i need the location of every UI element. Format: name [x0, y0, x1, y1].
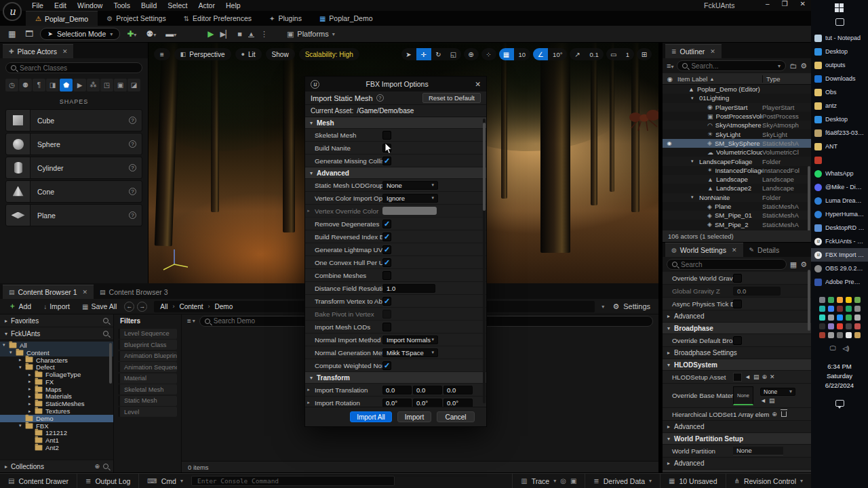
toolbar-menu-button[interactable]: Project Settings: [98, 11, 175, 26]
place-actors-tab[interactable]: ✚ Place Actors ✕: [3, 44, 73, 58]
outliner-settings-icon[interactable]: ⚙: [800, 62, 807, 70]
section-header[interactable]: ▾ Transform: [305, 372, 486, 383]
tray-icon[interactable]: [828, 306, 834, 312]
search-classes-input[interactable]: Search Classes: [5, 62, 142, 73]
taskbar-item[interactable]: f6a8f233-0307-...: [811, 126, 868, 140]
rotate-tool-icon[interactable]: ↻: [431, 48, 446, 60]
toolbar-menu-button[interactable]: Editor Preferences: [175, 11, 260, 26]
taskbar-item[interactable]: Downloads: [811, 72, 868, 85]
tray-icon[interactable]: [846, 332, 852, 338]
visual-effects-icon[interactable]: ▶: [73, 79, 86, 92]
show-dropdown[interactable]: Show: [266, 48, 295, 60]
filter-pill[interactable]: Level Sequence: [118, 329, 177, 339]
folder-tree-row[interactable]: FoliageType: [0, 371, 113, 378]
folder-tree-row[interactable]: Materials: [0, 393, 113, 401]
expand-caret-icon[interactable]: [28, 394, 35, 399]
snapshot-icon[interactable]: ▣: [570, 477, 576, 485]
z-input[interactable]: 0.0°: [443, 399, 473, 407]
expand-caret-icon[interactable]: [19, 423, 25, 428]
taskbar-item[interactable]: WhatsApp: [811, 167, 868, 180]
derived-data-dropdown[interactable]: ≣ Derived Data▾: [585, 474, 660, 488]
tray-icon[interactable]: [819, 332, 825, 338]
shape-list-item[interactable]: Plane ?: [5, 204, 142, 226]
section-header[interactable]: ▾ Mesh: [305, 117, 486, 128]
menu-item[interactable]: Build: [136, 1, 161, 10]
tray-icon[interactable]: [854, 314, 861, 321]
taskbar-item[interactable]: outputs: [811, 58, 868, 72]
menu-item[interactable]: Actor: [193, 1, 220, 10]
checkbox[interactable]: [382, 258, 391, 267]
folder-tree-row[interactable]: Characters: [0, 357, 113, 364]
source-control-icon[interactable]: 🗔: [22, 29, 36, 39]
checkbox[interactable]: [382, 271, 391, 280]
trace-dropdown[interactable]: ▥ Trace▾ ◎ ▣: [512, 474, 585, 488]
outliner-row[interactable]: Landscape2 Landscape: [663, 184, 811, 192]
camera-speed-value[interactable]: 1: [621, 48, 634, 60]
content-drawer-button[interactable]: ▤ Content Drawer: [0, 474, 77, 488]
outliner-row[interactable]: SM_Pipe_01 StaticMeshA: [663, 211, 811, 220]
geometry-icon[interactable]: ⁂: [87, 79, 100, 92]
browse-icon[interactable]: ▤: [753, 373, 760, 380]
cmd-dropdown[interactable]: ⌨ Cmd▾: [139, 474, 191, 488]
back-icon[interactable]: ←: [124, 302, 134, 312]
menu-item[interactable]: Window: [73, 1, 107, 10]
world-settings-tab[interactable]: ◍ World Settings ✕: [665, 243, 743, 257]
outliner-row[interactable]: SkyLight SkyLight: [663, 129, 811, 138]
add-button[interactable]: ＋Add: [4, 300, 36, 313]
checkbox[interactable]: [382, 297, 391, 306]
checkbox[interactable]: [382, 245, 391, 254]
camera-speed-icon[interactable]: ▭: [606, 48, 621, 60]
play-button[interactable]: ▶: [208, 29, 214, 39]
scrollbar[interactable]: [483, 119, 486, 403]
collapsed-category[interactable]: ▸Advanced: [663, 310, 811, 322]
notification-center-icon[interactable]: [835, 400, 844, 407]
display-icon[interactable]: 🖵: [830, 345, 836, 352]
z-input[interactable]: 0.0: [443, 386, 473, 394]
folder-tree-row[interactable]: Maps: [0, 386, 113, 393]
filter-pill[interactable]: Animation Sequence: [118, 362, 177, 372]
viewport-options-menu[interactable]: ≡: [154, 48, 170, 60]
filter-pill[interactable]: Animation Blueprint: [118, 351, 177, 361]
outliner-row[interactable]: LandscapeFoliage Folder: [663, 157, 811, 165]
section-header[interactable]: ▾World Partition Setup: [663, 433, 811, 444]
maximize-button[interactable]: ❐: [782, 0, 788, 7]
checkbox[interactable]: [382, 220, 391, 228]
shapes-icon[interactable]: ⬟: [60, 79, 73, 92]
basic-icon[interactable]: ⚉: [19, 79, 32, 92]
filter-funnel-icon[interactable]: ≡▾: [187, 317, 195, 325]
tray-icon[interactable]: [854, 306, 861, 312]
filter-pill[interactable]: Level: [118, 407, 177, 417]
x-input[interactable]: 0.0: [382, 386, 412, 394]
folder-tree-row[interactable]: All: [0, 342, 113, 349]
expand-caret-icon[interactable]: [9, 350, 16, 355]
all-classes-icon[interactable]: ◪: [127, 79, 140, 92]
expand-caret-icon[interactable]: [691, 195, 696, 200]
tray-icon[interactable]: [854, 323, 861, 329]
favorites-header[interactable]: ▸Favorites: [0, 314, 113, 327]
add-collection-icon[interactable]: ⊕: [94, 463, 100, 470]
toolbar-menu-button[interactable]: Plugins: [260, 11, 311, 26]
select-tool-icon[interactable]: ➤: [401, 48, 416, 60]
task-view-icon[interactable]: [835, 18, 844, 26]
tray-icon[interactable]: [837, 332, 843, 338]
expander-icon[interactable]: ▸: [305, 387, 312, 392]
taskbar-item[interactable]: HyperHuman a...: [811, 207, 868, 221]
shape-list-item[interactable]: Cube ?: [5, 109, 142, 131]
taskbar-item[interactable]: DesktopRD - D...: [811, 221, 868, 235]
taskbar-item[interactable]: @Mike - Discord: [811, 180, 868, 194]
expand-caret-icon[interactable]: [28, 409, 35, 414]
text-input[interactable]: 1.0: [382, 284, 435, 293]
menu-item[interactable]: Select: [163, 1, 192, 10]
expand-caret-icon[interactable]: [691, 159, 696, 164]
tray-icon[interactable]: [854, 332, 861, 338]
filter-icon[interactable]: ≡▾: [667, 62, 673, 70]
tray-icon[interactable]: [819, 306, 825, 312]
taskbar-item[interactable]: FckUAnts - Unr...: [811, 235, 868, 248]
output-log-button[interactable]: ≣ Output Log: [77, 474, 139, 488]
tray-icon[interactable]: [828, 314, 834, 321]
import-all-button[interactable]: Import All: [350, 411, 392, 422]
folder-tree-row[interactable]: StaticMeshes: [0, 400, 113, 407]
revision-control-dropdown[interactable]: ⋔ Revision Control▾: [726, 474, 811, 488]
expand-caret-icon[interactable]: [19, 357, 25, 363]
tray-icon[interactable]: [819, 314, 825, 321]
